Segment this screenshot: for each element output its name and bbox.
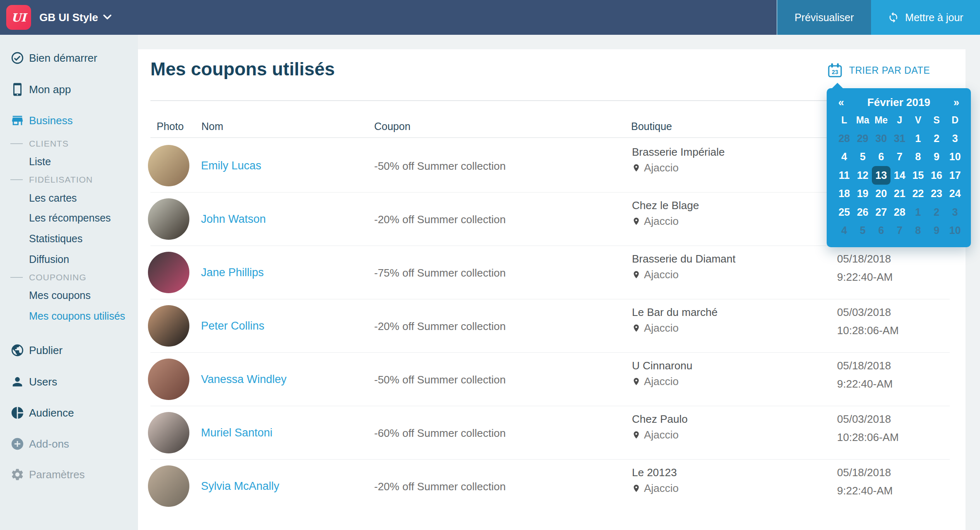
sidebar-subitem[interactable]: Diffusion — [0, 251, 138, 267]
calendar-day[interactable]: 3 — [946, 203, 964, 222]
customer-name-link[interactable]: Sylvia McAnally — [201, 480, 279, 493]
sidebar-item-label: Bien démarrer — [29, 50, 97, 66]
location-pin-icon — [632, 483, 641, 494]
calendar-day[interactable]: 14 — [890, 166, 909, 185]
calendar-day[interactable]: 8 — [909, 148, 927, 166]
customer-name-link[interactable]: Emily Lucas — [201, 159, 261, 172]
sidebar-item[interactable]: Audience — [0, 405, 138, 421]
calendar-day[interactable]: 20 — [872, 185, 890, 203]
sidebar-subitem-label: Mes coupons — [29, 287, 91, 304]
boutique-location: Ajaccio — [632, 482, 679, 495]
boutique-name: Brasserie Impériale — [632, 146, 725, 159]
update-button[interactable]: Mettre à jour — [871, 0, 980, 35]
sort-by-date-button[interactable]: 23 TRIER PAR DATE — [828, 63, 930, 78]
calendar-day[interactable]: 28 — [835, 129, 854, 148]
customer-name-link[interactable]: John Watson — [201, 213, 266, 226]
calendar-day[interactable]: 4 — [835, 222, 854, 240]
calendar-day[interactable]: 31 — [890, 129, 909, 148]
sidebar-item[interactable]: Bien démarrer — [0, 50, 138, 66]
sidebar-subitem-label: Les cartes — [29, 190, 77, 206]
sidebar-item[interactable]: Business — [0, 112, 138, 129]
calendar-day[interactable]: 3 — [946, 129, 964, 148]
sidebar-subitem[interactable]: Les cartes — [0, 190, 138, 206]
calendar-day[interactable]: 18 — [835, 185, 854, 203]
used-time: 10:28:06-AM — [837, 431, 899, 444]
calendar-day[interactable]: 26 — [854, 203, 872, 222]
sync-icon — [888, 12, 899, 23]
calendar-day[interactable]: 4 — [835, 148, 854, 166]
calendar-day[interactable]: 27 — [872, 203, 890, 222]
avatar — [148, 465, 189, 507]
sidebar-item[interactable]: Paramètres — [0, 466, 138, 483]
calendar-day[interactable]: 15 — [909, 166, 927, 185]
calendar-day[interactable]: 5 — [854, 222, 872, 240]
calendar-day[interactable]: 28 — [890, 203, 909, 222]
calendar-day[interactable]: 9 — [927, 148, 946, 166]
chevron-down-icon[interactable] — [103, 14, 111, 20]
calendar-day[interactable]: 12 — [854, 166, 872, 185]
preview-button[interactable]: Prévisualiser — [777, 0, 871, 35]
coupon-label: -60% off Summer collection — [374, 427, 506, 440]
section-dash — [10, 179, 23, 180]
calendar-day[interactable]: 29 — [854, 129, 872, 148]
weekday-label: S — [927, 112, 946, 128]
calendar-day[interactable]: 5 — [854, 148, 872, 166]
calendar-day[interactable]: 6 — [872, 222, 890, 240]
sidebar-subitem[interactable]: Statistiques — [0, 230, 138, 247]
calendar-day[interactable]: 7 — [890, 148, 909, 166]
prev-month-button[interactable]: « — [838, 96, 844, 108]
calendar-day[interactable]: 10 — [946, 222, 964, 240]
sidebar-subitem[interactable]: Mes coupons — [0, 287, 138, 304]
calendar-day[interactable]: 1 — [909, 129, 927, 148]
calendar-day[interactable]: 25 — [835, 203, 854, 222]
sidebar-item[interactable]: Publier — [0, 342, 138, 359]
customer-name-link[interactable]: Muriel Santoni — [201, 426, 273, 439]
calendar-day[interactable]: 8 — [909, 222, 927, 240]
sidebar-item[interactable]: Add-ons — [0, 436, 138, 452]
section-dash — [10, 143, 23, 144]
calendar-day[interactable]: 2 — [927, 203, 946, 222]
calendar-day[interactable]: 17 — [946, 166, 964, 185]
calendar-day[interactable]: 2 — [927, 129, 946, 148]
sidebar: Bien démarrer Mon app Business CLIENTS L… — [0, 35, 138, 530]
calendar-day[interactable]: 21 — [890, 185, 909, 203]
calendar-day[interactable]: 19 — [854, 185, 872, 203]
sidebar-subitem-label: Liste — [29, 153, 51, 170]
calendar-day[interactable]: 11 — [835, 166, 854, 185]
boutique-name: Chez le Blage — [632, 199, 699, 212]
boutique-city: Ajaccio — [644, 322, 679, 335]
sidebar-item-label: Publier — [29, 342, 63, 359]
smartphone-icon — [10, 82, 24, 96]
person-icon — [10, 375, 24, 389]
boutique-city: Ajaccio — [644, 215, 679, 228]
calendar-day[interactable]: 23 — [927, 185, 946, 203]
coupon-label: -20% off Summer collection — [374, 320, 506, 333]
calendar-day-selected[interactable]: 13 — [872, 166, 890, 185]
sidebar-subitem[interactable]: Mes coupons utilisés — [0, 308, 138, 324]
boutique-location: Ajaccio — [632, 268, 679, 281]
customer-name-link[interactable]: Vanessa Windley — [201, 373, 287, 386]
sidebar-subitem[interactable]: Liste — [0, 153, 138, 170]
calendar-day[interactable]: 1 — [909, 203, 927, 222]
calendar-day[interactable]: 10 — [946, 148, 964, 166]
sidebar-subitem[interactable]: Les récompenses — [0, 210, 138, 226]
customer-name-link[interactable]: Jane Phillips — [201, 266, 264, 279]
app-switcher[interactable]: GB UI Style — [39, 11, 98, 24]
calendar-day[interactable]: 22 — [909, 185, 927, 203]
calendar-day[interactable]: 16 — [927, 166, 946, 185]
boutique-city: Ajaccio — [644, 482, 679, 495]
calendar-day[interactable]: 7 — [890, 222, 909, 240]
next-month-button[interactable]: » — [953, 96, 959, 108]
calendar-day[interactable]: 6 — [872, 148, 890, 166]
calendar-day[interactable]: 30 — [872, 129, 890, 148]
sidebar-item[interactable]: Users — [0, 373, 138, 390]
sidebar-section-header: COUPONING — [0, 269, 138, 286]
customer-name-link[interactable]: Peter Collins — [201, 320, 264, 332]
calendar-day[interactable]: 24 — [946, 185, 964, 203]
sidebar-item[interactable]: Mon app — [0, 81, 138, 98]
sidebar-subitem-label: Mes coupons utilisés — [29, 308, 125, 324]
used-time: 9:22:40-AM — [837, 378, 893, 390]
location-pin-icon — [632, 323, 641, 333]
used-date: 05/18/2018 — [837, 466, 891, 479]
calendar-day[interactable]: 9 — [927, 222, 946, 240]
